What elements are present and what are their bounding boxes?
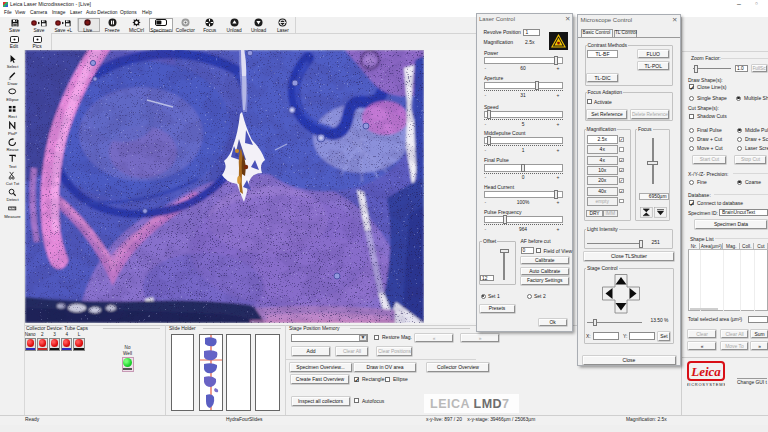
svg-text:MICROSYSTEMS: MICROSYSTEMS [687, 382, 725, 387]
svg-text:Leica: Leica [690, 364, 721, 379]
